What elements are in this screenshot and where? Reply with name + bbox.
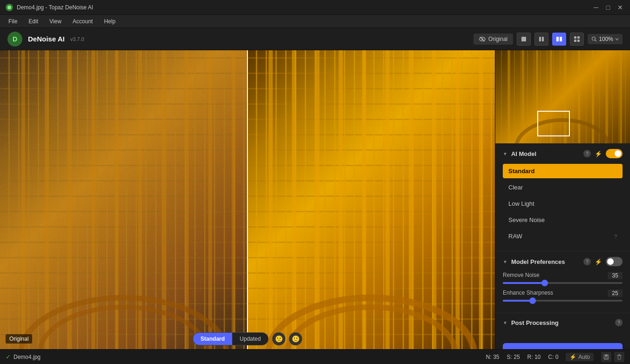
trash-icon <box>616 354 622 360</box>
model-lowlight[interactable]: Low Light <box>503 196 623 211</box>
enhance-sharpness-track[interactable] <box>503 300 623 302</box>
minimize-button[interactable]: ─ <box>592 3 600 12</box>
auto-bolt-icon: ⚡ <box>569 354 576 360</box>
thumbnail <box>495 50 630 143</box>
original-toggle[interactable]: Original <box>473 34 513 45</box>
model-pref-title: Model Preferences <box>511 258 580 265</box>
model-standard[interactable]: Standard <box>503 164 623 178</box>
thumbnail-viewport-box[interactable] <box>537 111 570 136</box>
zoom-level: 100% <box>599 36 613 42</box>
image-processed <box>247 50 495 349</box>
enhance-sharpness-row: Enhance Sharpness 25 <box>503 290 623 302</box>
statusbar: ✓ Demo4.jpg N: 35 S: 25 R: 10 C: 0 ⚡ Aut… <box>0 349 630 364</box>
menu-view[interactable]: View <box>45 17 66 26</box>
split-divider[interactable] <box>247 50 248 349</box>
status-delete-icon[interactable] <box>614 352 624 362</box>
raw-help[interactable]: ? <box>614 234 617 239</box>
maximize-button[interactable]: □ <box>604 3 612 12</box>
right-panel: ▼ AI Model ? ⚡ Standard Clear Low Light … <box>495 50 630 349</box>
app-icon <box>6 4 13 11</box>
svg-rect-51 <box>605 357 608 359</box>
enhance-sharpness-thumb[interactable] <box>529 297 536 304</box>
post-processing-header[interactable]: ▼ Post Processing ? <box>503 319 623 326</box>
post-processing-title: Post Processing <box>511 319 611 326</box>
save-btn-container: Save Image <box>495 337 630 349</box>
remove-noise-row: Remove Noise 35 <box>503 272 623 284</box>
ai-model-toggle[interactable] <box>606 149 623 158</box>
image-original: Original <box>0 50 247 349</box>
close-button[interactable]: ✕ <box>616 3 624 12</box>
view-btn-grid[interactable] <box>570 33 584 46</box>
svg-rect-4 <box>521 37 526 41</box>
model-pref-header[interactable]: ▼ Model Preferences ? ⚡ <box>503 257 623 266</box>
remove-noise-thumb[interactable] <box>541 280 548 286</box>
enhance-sharpness-label: Enhance Sharpness <box>503 290 553 297</box>
ai-model-section: ▼ AI Model ? ⚡ Standard Clear Low Light … <box>495 143 630 251</box>
post-processing-chevron: ▼ <box>503 320 507 325</box>
pill-updated[interactable]: Updated <box>232 333 268 345</box>
chevron-down-icon <box>615 37 619 41</box>
original-label: Original <box>488 36 507 42</box>
post-processing-help[interactable]: ? <box>615 319 623 326</box>
comparison-bar: Standard Updated 🙁 🙂 <box>192 332 302 349</box>
svg-rect-52 <box>618 356 621 359</box>
zoom-control[interactable]: 100% <box>588 34 623 44</box>
menubar: File Edit View Account Help <box>0 15 630 28</box>
cage-svg-right <box>247 50 495 349</box>
remove-noise-fill <box>503 282 545 284</box>
menu-account[interactable]: Account <box>68 17 97 26</box>
eye-icon <box>479 36 486 42</box>
view-btn-split[interactable] <box>534 33 548 46</box>
svg-rect-10 <box>577 36 580 39</box>
model-severe[interactable]: Severe Noise <box>503 213 623 227</box>
model-clear[interactable]: Clear <box>503 180 623 195</box>
emoji-happy-btn[interactable]: 🙂 <box>289 332 302 345</box>
window-title: Demo4.jpg - Topaz DeNoise AI <box>17 4 588 11</box>
header-controls: Original <box>473 33 623 46</box>
view-btn-sidebyside[interactable] <box>552 33 566 46</box>
canvas-area[interactable]: Original <box>0 50 495 349</box>
view-btn-single[interactable] <box>517 33 531 46</box>
model-pref-bolt: ⚡ <box>595 258 602 265</box>
enhance-sharpness-fill <box>503 300 533 302</box>
image-container: Original <box>0 50 495 349</box>
svg-point-13 <box>592 37 596 40</box>
svg-point-38 <box>287 307 455 349</box>
status-c-value: 0 <box>555 354 559 360</box>
status-r-value: 10 <box>534 354 541 360</box>
comparison-pill[interactable]: Standard Updated <box>192 332 268 345</box>
status-s-value: 25 <box>514 354 520 360</box>
emoji-sad-btn[interactable]: 🙁 <box>273 332 286 345</box>
status-icons <box>601 352 624 362</box>
model-preferences-section: ▼ Model Preferences ? ⚡ Remove Noise 35 <box>495 251 630 313</box>
save-image-button[interactable]: Save Image <box>503 343 623 349</box>
model-pref-chevron: ▼ <box>503 259 507 264</box>
pill-standard[interactable]: Standard <box>193 333 232 345</box>
app-logo: D <box>7 32 22 47</box>
svg-line-14 <box>595 40 596 41</box>
svg-rect-50 <box>605 355 608 357</box>
svg-rect-11 <box>574 40 576 42</box>
svg-rect-6 <box>542 37 544 41</box>
ai-model-title: AI Model <box>511 150 580 157</box>
status-save-icon[interactable] <box>601 352 611 362</box>
window-controls: ─ □ ✕ <box>592 3 624 12</box>
ai-model-bolt: ⚡ <box>595 150 602 157</box>
ai-model-header[interactable]: ▼ AI Model ? ⚡ <box>503 149 623 158</box>
menu-help[interactable]: Help <box>99 17 120 26</box>
remove-noise-track[interactable] <box>503 282 623 284</box>
status-filename: Demo4.jpg <box>14 354 41 360</box>
view-grid-icon <box>574 36 580 42</box>
auto-label: Auto <box>578 354 590 360</box>
menu-file[interactable]: File <box>4 17 22 26</box>
app-name: DeNoise AI <box>28 35 65 43</box>
app-header: D DeNoise AI v3.7.0 Original <box>0 28 630 50</box>
model-raw[interactable]: RAW ? <box>503 229 623 243</box>
app-version: v3.7.0 <box>70 36 84 42</box>
ai-model-help[interactable]: ? <box>583 150 591 157</box>
menu-edit[interactable]: Edit <box>24 17 43 26</box>
ai-model-chevron: ▼ <box>503 151 507 156</box>
auto-button[interactable]: ⚡ Auto <box>566 353 594 361</box>
model-pref-help[interactable]: ? <box>583 258 591 265</box>
model-pref-toggle[interactable] <box>606 257 623 266</box>
